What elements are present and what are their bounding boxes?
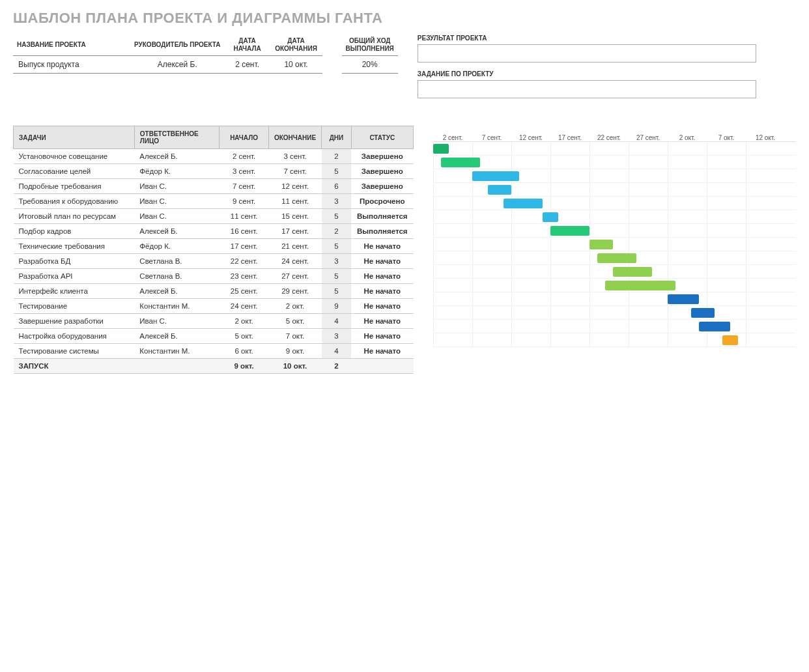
task-owner[interactable]: Светлана В.	[134, 254, 220, 269]
task-end[interactable]: 10 окт.	[268, 359, 322, 374]
task-start[interactable]: 7 сент.	[220, 179, 268, 194]
gantt-bar[interactable]	[504, 199, 543, 208]
task-start[interactable]: 16 сент.	[220, 224, 268, 239]
gantt-bar[interactable]	[668, 294, 699, 304]
task-start[interactable]: 5 окт.	[220, 329, 268, 344]
task-name[interactable]: Тестирование системы	[14, 344, 135, 359]
task-status: Не начато	[351, 344, 413, 359]
task-name[interactable]: Настройка оборудования	[14, 329, 135, 344]
th-tasks: ЗАДАЧИ	[14, 126, 135, 149]
gantt-bar[interactable]	[550, 226, 589, 236]
gantt-date-label: 22 сент.	[589, 134, 629, 141]
task-name[interactable]: Разработка БД	[14, 254, 135, 269]
task-name[interactable]: Интерфейс клиента	[14, 284, 135, 299]
meta-v-manager[interactable]: Алексей Б.	[130, 56, 225, 74]
task-start[interactable]: 2 сент.	[220, 149, 268, 164]
task-owner[interactable]: Алексей Б.	[134, 329, 220, 344]
task-start[interactable]: 9 сент.	[220, 194, 268, 209]
task-name[interactable]: Разработка API	[14, 269, 135, 284]
task-owner[interactable]: Константин М.	[134, 299, 220, 314]
meta-v-project[interactable]: Выпуск продукта	[13, 56, 130, 74]
task-row: Разработка APIСветлана В.23 сент.27 сент…	[14, 269, 414, 284]
task-end[interactable]: 9 окт.	[268, 344, 322, 359]
task-name[interactable]: Тестирование	[14, 299, 135, 314]
task-end[interactable]: 12 сент.	[268, 179, 322, 194]
task-name[interactable]: ЗАПУСК	[14, 359, 135, 374]
task-status: Завершено	[351, 164, 413, 179]
task-end[interactable]: 11 сент.	[268, 194, 322, 209]
task-owner[interactable]: Константин М.	[134, 344, 220, 359]
task-start[interactable]: 11 сент.	[220, 209, 268, 224]
gantt-bar[interactable]	[722, 335, 738, 345]
task-start[interactable]: 17 сент.	[220, 239, 268, 254]
gantt-row	[433, 224, 796, 238]
meta-v-start[interactable]: 2 сент.	[225, 56, 270, 74]
task-status: Не начато	[351, 254, 413, 269]
task-owner[interactable]: Алексей Б.	[134, 284, 220, 299]
task-start[interactable]: 3 сент.	[220, 164, 268, 179]
task-owner[interactable]	[134, 359, 220, 374]
task-owner[interactable]: Иван С.	[134, 209, 220, 224]
gantt-bar[interactable]	[605, 281, 675, 290]
meta-h-project: НАЗВАНИЕ ПРОЕКТА	[13, 35, 130, 56]
task-name[interactable]: Требования к оборудованию	[14, 194, 135, 209]
result-input[interactable]	[418, 44, 756, 63]
task-end[interactable]: 15 сент.	[268, 209, 322, 224]
task-owner[interactable]: Иван С.	[134, 194, 220, 209]
assignment-label: ЗАДАНИЕ ПО ПРОЕКТУ	[418, 70, 796, 77]
task-start[interactable]: 23 сент.	[220, 269, 268, 284]
task-end[interactable]: 24 сент.	[268, 254, 322, 269]
th-end: ОКОНЧАНИЕ	[268, 126, 322, 149]
task-start[interactable]: 22 сент.	[220, 254, 268, 269]
gantt-row	[433, 183, 796, 197]
task-end[interactable]: 27 сент.	[268, 269, 322, 284]
task-end[interactable]: 7 сент.	[268, 164, 322, 179]
task-end[interactable]: 7 окт.	[268, 329, 322, 344]
assignment-input[interactable]	[418, 80, 756, 98]
task-end[interactable]: 21 сент.	[268, 239, 322, 254]
task-owner[interactable]: Фёдор К.	[134, 239, 220, 254]
task-name[interactable]: Итоговый план по ресурсам	[14, 209, 135, 224]
task-end[interactable]: 5 окт.	[268, 314, 322, 329]
task-owner[interactable]: Иван С.	[134, 314, 220, 329]
task-row: Настройка оборудованияАлексей Б.5 окт.7 …	[14, 329, 414, 344]
gantt-bar[interactable]	[488, 185, 511, 195]
task-start[interactable]: 6 окт.	[220, 344, 268, 359]
gantt-bar[interactable]	[597, 253, 636, 263]
task-owner[interactable]: Фёдор К.	[134, 164, 220, 179]
meta-v-end[interactable]: 10 окт.	[270, 56, 322, 74]
gantt-bar[interactable]	[589, 240, 613, 249]
task-owner[interactable]: Иван С.	[134, 179, 220, 194]
task-end[interactable]: 2 окт.	[268, 299, 322, 314]
task-owner[interactable]: Алексей Б.	[134, 224, 220, 239]
gantt-row	[433, 320, 796, 333]
task-start[interactable]: 9 окт.	[220, 359, 268, 374]
gantt-date-label: 2 сент.	[433, 134, 472, 141]
task-name[interactable]: Технические требования	[14, 239, 135, 254]
task-owner[interactable]: Светлана В.	[134, 269, 220, 284]
gantt-bar[interactable]	[699, 322, 730, 331]
task-name[interactable]: Установочное совещание	[14, 149, 135, 164]
gantt-bar[interactable]	[433, 144, 449, 154]
task-status: Завершено	[351, 179, 413, 194]
task-owner[interactable]: Алексей Б.	[134, 149, 220, 164]
task-name[interactable]: Подробные требования	[14, 179, 135, 194]
gantt-bar[interactable]	[543, 212, 558, 222]
gantt-bar[interactable]	[613, 267, 652, 277]
task-start[interactable]: 25 сент.	[220, 284, 268, 299]
th-owner: ОТВЕТСТВЕННОЕ ЛИЦО	[134, 126, 220, 149]
task-start[interactable]: 24 сент.	[220, 299, 268, 314]
task-end[interactable]: 29 сент.	[268, 284, 322, 299]
gantt-bar[interactable]	[691, 308, 715, 318]
task-start[interactable]: 2 окт.	[220, 314, 268, 329]
task-row: Тестирование системыКонстантин М.6 окт.9…	[14, 344, 414, 359]
page-title: ШАБЛОН ПЛАНА ПРОЕКТА И ДИАГРАММЫ ГАНТА	[13, 10, 796, 27]
task-end[interactable]: 17 сент.	[268, 224, 322, 239]
task-name[interactable]: Завершение разработки	[14, 314, 135, 329]
gantt-bar[interactable]	[441, 158, 480, 167]
task-name[interactable]: Согласование целей	[14, 164, 135, 179]
task-end[interactable]: 3 сент.	[268, 149, 322, 164]
gantt-bar[interactable]	[472, 171, 519, 181]
task-days: 5	[322, 239, 351, 254]
task-name[interactable]: Подбор кадров	[14, 224, 135, 239]
